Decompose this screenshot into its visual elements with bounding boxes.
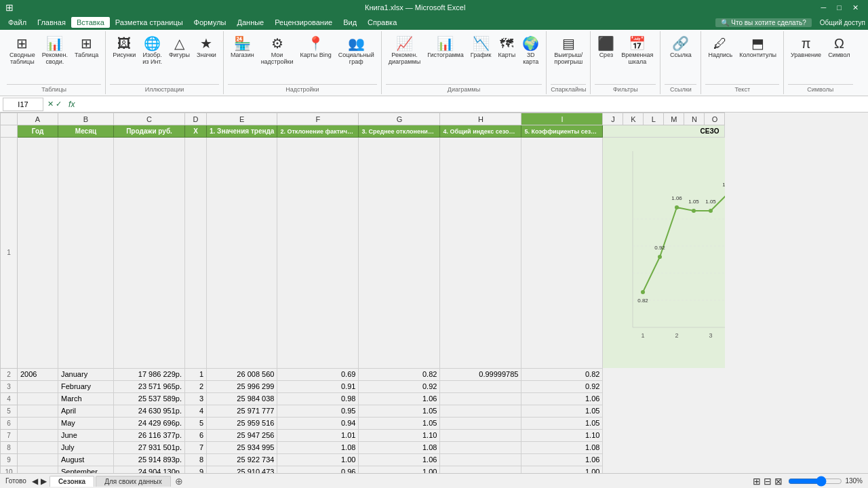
cell-1-f[interactable] — [277, 138, 359, 369]
cell-1-g[interactable] — [359, 138, 440, 369]
cell-6-d[interactable]: 5 — [185, 417, 207, 429]
zoom-slider[interactable] — [788, 476, 842, 487]
my-addins-btn[interactable]: ⚙ Моинадстройки — [258, 35, 296, 66]
col-header-l[interactable]: L — [644, 113, 664, 125]
col-header-d[interactable]: D — [185, 113, 207, 125]
recommended-charts-btn[interactable]: 📈 Рекомен.диаграммы — [386, 35, 423, 66]
cell-1-d[interactable] — [185, 138, 207, 369]
cell-7-h[interactable] — [440, 429, 521, 441]
formula-input[interactable] — [80, 100, 865, 108]
textbox-btn[interactable]: 🖊 Надпись — [705, 35, 735, 60]
menu-review[interactable]: Рецензирование — [269, 17, 338, 28]
grid-wrapper[interactable]: A B C D E F G H I J K L M N O — [0, 113, 868, 473]
cell-5-h[interactable] — [440, 405, 521, 417]
cell-6-f[interactable]: 0.94 — [277, 417, 359, 429]
cell-1-a[interactable] — [18, 138, 58, 369]
sheet-tab-custom[interactable]: Для своих данных — [96, 476, 171, 487]
cell-1-c[interactable] — [114, 138, 185, 369]
cell-8-g[interactable]: 1.08 — [359, 441, 440, 453]
cell-3-h[interactable] — [440, 380, 521, 392]
cell-8-i[interactable]: 1.08 — [521, 441, 603, 453]
menu-home[interactable]: Главная — [32, 17, 71, 28]
cell-6-i[interactable]: 1.05 — [521, 417, 603, 429]
menu-layout[interactable]: Разметка страницы — [110, 17, 189, 28]
col-header-e[interactable]: E — [207, 113, 277, 125]
cell-2-f[interactable]: 0.69 — [277, 368, 359, 380]
close-btn[interactable]: ✕ — [848, 3, 863, 12]
col-header-j[interactable]: J — [603, 113, 623, 125]
cell-10-a[interactable] — [18, 466, 58, 473]
cell-8-b[interactable]: July — [58, 441, 114, 453]
cell-2-c[interactable]: 17 986 229р. — [114, 368, 185, 380]
col-header-o[interactable]: O — [705, 113, 725, 125]
cell-4-a[interactable] — [18, 392, 58, 405]
cell-6-g[interactable]: 1.05 — [359, 417, 440, 429]
cell-8-e[interactable]: 25 934 995 — [207, 441, 277, 453]
cell-7-c[interactable]: 26 116 377р. — [114, 429, 185, 441]
cell-3-e[interactable]: 25 996 299 — [207, 380, 277, 392]
shapes-btn[interactable]: △ Фигуры — [166, 35, 193, 60]
online-pictures-btn[interactable]: 🌐 Изобр.из Инт. — [140, 35, 165, 66]
col-header-m[interactable]: M — [664, 113, 684, 125]
col-header-f[interactable]: F — [277, 113, 359, 125]
cell-9-e[interactable]: 25 922 734 — [207, 453, 277, 466]
cell-5-a[interactable] — [18, 405, 58, 417]
hyperlink-btn[interactable]: 🔗 Ссылка — [667, 35, 694, 60]
slicer-btn[interactable]: ⬛ Срез — [595, 35, 617, 60]
cell-10-h[interactable] — [440, 466, 521, 473]
cell-3-i[interactable]: 0.92 — [521, 380, 603, 392]
next-sheet-btn[interactable]: ▶ — [41, 476, 47, 486]
cell-9-a[interactable] — [18, 453, 58, 466]
page-break-btn[interactable]: ⊠ — [774, 476, 783, 487]
col-header-a[interactable]: A — [18, 113, 58, 125]
col-header-i[interactable]: I — [521, 113, 603, 125]
cell-4-f[interactable]: 0.98 — [277, 392, 359, 405]
table-btn[interactable]: ⊞ Таблица — [72, 35, 101, 60]
cell-1-j[interactable]: СЕЗО — [603, 138, 725, 369]
prev-sheet-btn[interactable]: ◀ — [32, 476, 38, 486]
cell-1-h[interactable] — [440, 138, 521, 369]
header-footer-btn[interactable]: ⬒ Колонтитулы — [736, 35, 779, 60]
map-btn[interactable]: 🗺 Карты — [496, 35, 519, 60]
menu-formulas[interactable]: Формулы — [189, 17, 232, 28]
cell-5-i[interactable]: 1.05 — [521, 405, 603, 417]
cell-4-i[interactable]: 1.06 — [521, 392, 603, 405]
cell-7-a[interactable] — [18, 429, 58, 441]
cell-7-e[interactable]: 25 947 256 — [207, 429, 277, 441]
cell-3-g[interactable]: 0.92 — [359, 380, 440, 392]
cell-4-d[interactable]: 3 — [185, 392, 207, 405]
cell-5-e[interactable]: 25 971 777 — [207, 405, 277, 417]
cell-8-d[interactable]: 7 — [185, 441, 207, 453]
cell-9-g[interactable]: 1.06 — [359, 453, 440, 466]
col-header-h[interactable]: H — [440, 113, 521, 125]
col-header-n[interactable]: N — [684, 113, 705, 125]
cell-9-b[interactable]: August — [58, 453, 114, 466]
menu-view[interactable]: Вид — [338, 17, 362, 28]
cell-7-i[interactable]: 1.10 — [521, 429, 603, 441]
store-btn[interactable]: 🏪 Магазин — [228, 35, 257, 60]
cell-7-f[interactable]: 1.01 — [277, 429, 359, 441]
col-header-k[interactable]: K — [623, 113, 644, 125]
cell-1-e[interactable] — [207, 138, 277, 369]
cell-8-h[interactable] — [440, 441, 521, 453]
sheet-tab-seasonka[interactable]: Сезонка — [50, 476, 94, 487]
cell-10-g[interactable]: 1.00 — [359, 466, 440, 473]
cell-10-f[interactable]: 0.96 — [277, 466, 359, 473]
maximize-btn[interactable]: □ — [833, 3, 846, 12]
col-header-b[interactable]: B — [58, 113, 114, 125]
cell-2-e[interactable]: 26 008 560 — [207, 368, 277, 380]
histogram-btn[interactable]: 📊 Гистограмма — [425, 35, 467, 60]
add-sheet-btn[interactable]: ⊕ — [175, 476, 183, 487]
window-controls[interactable]: ─ □ ✕ — [817, 3, 863, 12]
pictures-btn[interactable]: 🖼 Рисунки — [110, 35, 138, 60]
social-btn[interactable]: 👥 Социальныйграф — [336, 35, 377, 66]
cell-4-b[interactable]: March — [58, 392, 114, 405]
cell-10-d[interactable]: 9 — [185, 466, 207, 473]
win-loss-btn[interactable]: ▤ Выигрыш/проигрыш — [551, 35, 585, 66]
cell-9-d[interactable]: 8 — [185, 453, 207, 466]
cell-2-b[interactable]: January — [58, 368, 114, 380]
symbol-btn[interactable]: Ω Символ — [825, 35, 852, 60]
bing-maps-btn[interactable]: 📍 Карты Bing — [297, 35, 334, 60]
cell-2-h[interactable]: 0.99999785 — [440, 368, 521, 380]
cell-1-b[interactable] — [58, 138, 114, 369]
